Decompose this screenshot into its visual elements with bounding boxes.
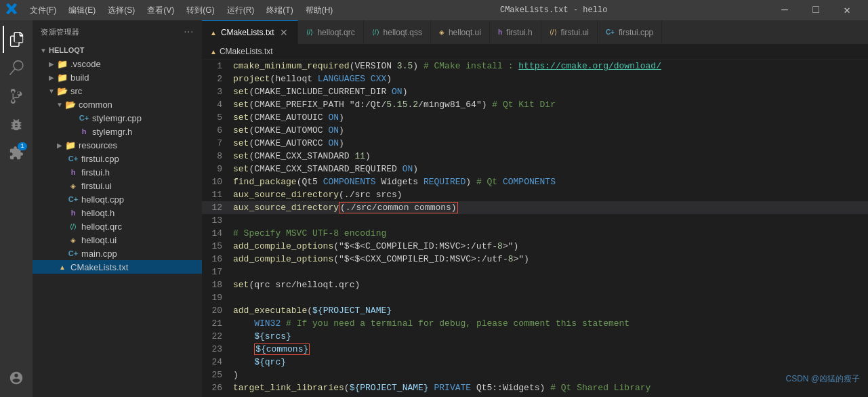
code-line-2: 2project(helloqt LANGUAGES CXX) <box>202 72 868 85</box>
minimize-button[interactable]: — <box>769 0 800 20</box>
line-number-14: 14 <box>202 227 222 240</box>
line-content-1: cmake_minimum_required(VERSION 3.5) # CM… <box>233 60 661 72</box>
sidebar-item-resources[interactable]: ▶ 📁 resources <box>33 138 202 152</box>
resources-arrow-icon: ▶ <box>54 140 65 150</box>
menu-view[interactable]: 查看(V) <box>142 3 180 18</box>
sidebar-item-helloqt-cpp[interactable]: ▶ C+ helloqt.cpp <box>33 192 202 206</box>
account-icon[interactable] <box>3 364 30 392</box>
search-icon[interactable] <box>3 54 30 81</box>
line-number-2: 2 <box>202 72 222 85</box>
code-line-22: 22 ${srcs} <box>202 330 868 343</box>
vscode-label: .vscode <box>70 59 101 69</box>
explorer-icon[interactable] <box>3 26 30 53</box>
line-number-16: 16 <box>202 253 222 266</box>
tab-cmake-close[interactable]: ✕ <box>278 27 289 38</box>
menu-terminal[interactable]: 终端(T) <box>261 3 298 18</box>
tab-helloqt-qrc[interactable]: ⟨/⟩ helloqt.qrc <box>298 20 364 44</box>
tab-firstui-ui[interactable]: ⟨/⟩ firstui.ui <box>541 20 598 44</box>
titlebar-left: // Will be populated from JSON 文件(F) 编辑(… <box>5 3 338 18</box>
sidebar-item-firstui-h[interactable]: ▶ h firstui.h <box>33 165 202 179</box>
sidebar-item-firstui-cpp[interactable]: ▶ C+ firstui.cpp <box>33 152 202 165</box>
line-content-7: set(CMAKE_AUTORCC ON) <box>233 137 344 150</box>
menu-file[interactable]: 文件(F) <box>24 3 62 18</box>
menu-goto[interactable]: 转到(G) <box>181 3 220 18</box>
debug-icon[interactable] <box>3 111 30 138</box>
sidebar-header: 资源管理器 ··· <box>33 20 202 43</box>
main-layout: 1 资源管理器 ··· ▼ HELLOQT ▶ 📁 .vscode <box>0 20 868 397</box>
line-content-3: set(CMAKE_INCLUDE_CURRENT_DIR ON) <box>233 85 407 98</box>
tab-qrc-icon: ⟨/⟩ <box>306 28 314 36</box>
tree-root[interactable]: ▼ HELLOQT <box>33 43 202 57</box>
maximize-button[interactable]: □ <box>800 0 831 20</box>
stylemgr-cpp-icon: C+ <box>79 112 89 123</box>
editor-area: ▲ CMakeLists.txt ✕ ⟨/⟩ helloqt.qrc ⟨/⟩ h… <box>202 20 868 397</box>
src-arrow-icon: ▼ <box>46 85 57 96</box>
build-arrow-icon: ▶ <box>46 72 57 83</box>
menu-edit[interactable]: 编辑(E) <box>63 3 101 18</box>
tab-qss-label: helloqt.qss <box>384 28 422 37</box>
file-tree: ▼ HELLOQT ▶ 📁 .vscode ▶ 📁 build ▼ 📂 src <box>33 43 202 397</box>
helloqt-ui-icon: ◈ <box>68 234 79 245</box>
line-content-17 <box>233 266 239 278</box>
vscode-folder-icon: 📁 <box>57 58 68 69</box>
firstui-cpp-icon: C+ <box>68 153 79 164</box>
main-cpp-label: main.cpp <box>81 249 117 259</box>
activity-bar: 1 <box>0 20 33 397</box>
sidebar-title: 资源管理器 <box>41 27 80 37</box>
close-button[interactable]: ✕ <box>831 0 863 20</box>
line-content-4: set(CMAKE_PREFIX_PATH "d:/Qt/5.15.2/ming… <box>233 98 556 111</box>
tab-ui2-icon: ⟨/⟩ <box>550 28 557 36</box>
helloqt-qrc-label: helloqt.qrc <box>81 222 122 232</box>
line-content-19 <box>233 291 239 304</box>
menu-select[interactable]: 选择(S) <box>102 3 140 18</box>
tab-helloqt-qss[interactable]: ⟨/⟩ helloqt.qss <box>364 20 431 44</box>
tab-helloqt-ui[interactable]: ◈ helloqt.ui <box>431 20 490 44</box>
line-content-10: find_package(Qt5 COMPONENTS Widgets REQU… <box>233 175 556 188</box>
menu-run[interactable]: 运行(R) <box>222 3 260 18</box>
resources-folder-icon: 📁 <box>65 140 76 150</box>
sidebar-item-build[interactable]: ▶ 📁 build <box>33 70 202 84</box>
line-content-16: add_compile_options("$<$<CXX_COMPILER_ID… <box>233 253 529 266</box>
stylemgr-cpp-label: stylemgr.cpp <box>92 113 142 123</box>
sidebar-item-stylemgr-cpp[interactable]: ▶ C+ stylemgr.cpp <box>33 111 202 125</box>
tab-firstui-cpp[interactable]: C+ firstui.cpp <box>598 20 662 44</box>
line-number-3: 3 <box>202 85 222 98</box>
firstui-ui-label: firstui.ui <box>81 181 112 191</box>
code-line-26: 26target_link_libraries(${PROJECT_NAME} … <box>202 381 868 394</box>
sidebar-item-vscode[interactable]: ▶ 📁 .vscode <box>33 57 202 70</box>
main-cpp-icon: C+ <box>68 248 79 259</box>
menu-help[interactable]: 帮助(H) <box>300 3 339 18</box>
code-editor[interactable]: 1cmake_minimum_required(VERSION 3.5) # C… <box>202 60 868 397</box>
line-number-20: 20 <box>202 304 222 317</box>
build-folder-icon: 📁 <box>57 72 68 83</box>
vscode-arrow-icon: ▶ <box>46 58 57 69</box>
tab-ui2-label: firstui.ui <box>561 28 589 37</box>
line-number-6: 6 <box>202 124 222 137</box>
titlebar: // Will be populated from JSON 文件(F) 编辑(… <box>0 0 868 20</box>
line-number-4: 4 <box>202 98 222 111</box>
line-content-14: # Specify MSVC UTF-8 encoding <box>233 227 386 240</box>
sidebar-item-cmakelists[interactable]: ▶ ▲ CMakeLists.txt <box>33 260 202 274</box>
source-control-icon[interactable] <box>3 83 30 110</box>
line-number-22: 22 <box>202 330 222 343</box>
src-label: src <box>70 86 82 96</box>
line-number-13: 13 <box>202 214 222 227</box>
window-controls: — □ ✕ <box>769 0 863 20</box>
sidebar-item-common[interactable]: ▼ 📂 common <box>33 98 202 111</box>
sidebar-item-src[interactable]: ▼ 📂 src <box>33 84 202 98</box>
stylemgr-h-label: stylemgr.h <box>92 127 132 137</box>
sidebar-item-helloqt-ui[interactable]: ▶ ◈ helloqt.ui <box>33 233 202 247</box>
sidebar-item-helloqt-qrc[interactable]: ▶ ⟨/⟩ helloqt.qrc <box>33 220 202 233</box>
line-number-15: 15 <box>202 240 222 253</box>
line-number-25: 25 <box>202 369 222 381</box>
tab-firstui-h[interactable]: h firstui.h <box>490 20 541 44</box>
extensions-icon[interactable]: 1 <box>3 140 30 167</box>
tab-cmakelists[interactable]: ▲ CMakeLists.txt ✕ <box>202 20 298 44</box>
sidebar-options-icon[interactable]: ··· <box>184 26 194 38</box>
sidebar-item-firstui-ui[interactable]: ▶ ◈ firstui.ui <box>33 179 202 192</box>
sidebar-item-main-cpp[interactable]: ▶ C+ main.cpp <box>33 247 202 260</box>
sidebar-item-stylemgr-h[interactable]: ▶ h stylemgr.h <box>33 125 202 138</box>
sidebar-item-helloqt-h[interactable]: ▶ h helloqt.h <box>33 206 202 220</box>
line-content-24: ${qrc} <box>233 356 286 369</box>
code-line-13: 13 <box>202 214 868 227</box>
